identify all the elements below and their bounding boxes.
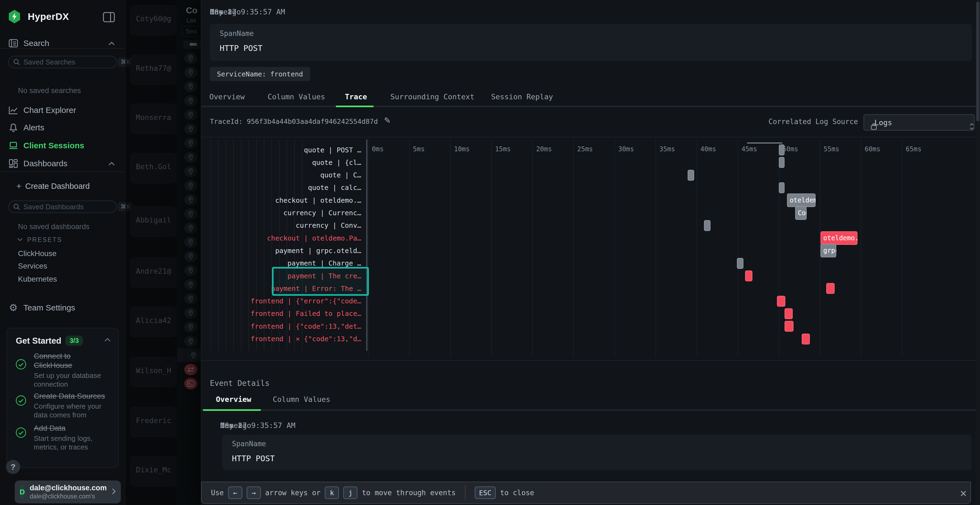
- service-name-chip[interactable]: ServiceName: frontend: [210, 67, 310, 81]
- bell-icon: [8, 123, 19, 132]
- waterfall-bar[interactable]: [784, 321, 794, 332]
- timeline-tick-label: 65ms: [906, 145, 921, 153]
- chevron-up-icon[interactable]: [108, 41, 115, 47]
- waterfall-bar[interactable]: oteldemo.C: [787, 194, 816, 207]
- status-ago: 10m ago: [220, 421, 251, 430]
- preset-item-clickhouse[interactable]: ClickHouse: [18, 249, 57, 258]
- waterfall-bar[interactable]: [737, 258, 743, 269]
- span-tree-row[interactable]: (1)checkout | oteldemo.Pa…: [210, 232, 361, 245]
- span-tree-row[interactable]: (2)quote | {cl…: [210, 156, 361, 169]
- span-row-text: checkout | oteldemo.…: [275, 197, 361, 204]
- tab-surrounding-context[interactable]: Surrounding Context: [390, 92, 474, 101]
- timeline-gridline: [450, 139, 451, 357]
- edit-trace-id-icon[interactable]: ✎: [381, 114, 393, 126]
- span-tree-row[interactable]: frontend | {"error":{"code…: [210, 295, 361, 308]
- tree-timeline-splitter[interactable]: [366, 139, 368, 351]
- event-details-tab-column-values[interactable]: Column Values: [273, 395, 330, 403]
- divider: [201, 360, 980, 361]
- saved-searches-input[interactable]: ⌘K: [8, 56, 117, 68]
- presets-label: PRESETS: [27, 236, 62, 243]
- timeline-gridline: [409, 139, 410, 357]
- timeline-tick-label: 40ms: [700, 145, 716, 153]
- get-started-item[interactable]: Add Data Start sending logs, metrics, or…: [15, 424, 111, 451]
- span-row-text: quote | {cl…: [312, 159, 361, 167]
- tab-trace[interactable]: Trace: [345, 92, 367, 101]
- sidebar-item-label: Client Sessions: [24, 141, 84, 150]
- waterfall-bar[interactable]: grpc.o: [821, 244, 836, 257]
- span-tree-row[interactable]: frontend | Failed to place…: [210, 308, 361, 320]
- waterfall-bar[interactable]: [687, 170, 694, 181]
- span-tree-row[interactable]: (1)currency | Currenc…: [210, 207, 361, 219]
- saved-dashboards-input[interactable]: ⌘K: [8, 200, 117, 213]
- sidebar-item-search[interactable]: Search: [8, 39, 49, 48]
- help-button[interactable]: ?: [6, 460, 20, 474]
- correlated-log-source-select[interactable]: Logs: [864, 114, 975, 130]
- scrollbar-thumb[interactable]: [976, 2, 980, 121]
- waterfall-bar[interactable]: [802, 333, 810, 345]
- span-tree-row[interactable]: frontend | × {"code":13,"d…: [210, 333, 361, 345]
- scrollbar[interactable]: [976, 0, 980, 505]
- close-icon[interactable]: ×: [958, 487, 969, 499]
- preset-item-kubernetes[interactable]: Kubernetes: [18, 275, 57, 284]
- saved-dashboards-field[interactable]: [24, 203, 115, 211]
- waterfall-bar[interactable]: [826, 283, 834, 294]
- span-tree-row[interactable]: frontend | {"code":13,"det…: [210, 320, 361, 332]
- span-row-text: quote | calc…: [308, 184, 361, 192]
- sidebar-item-chart-explorer[interactable]: Chart Explorer: [8, 106, 76, 115]
- timeline-gridline: [573, 139, 574, 357]
- chevron-down-icon: [17, 238, 23, 243]
- trace-id-text: TraceId: 956f3b4a44b03aa4daf946242554d87…: [210, 118, 378, 125]
- span-tree-row[interactable]: quote | C…: [210, 169, 361, 181]
- get-started-item-desc: Start sending logs, metrics, or traces: [34, 434, 111, 451]
- span-tree-row[interactable]: (1)quote | POST …: [210, 144, 361, 156]
- modal-backdrop[interactable]: [125, 0, 201, 505]
- waterfall-bar[interactable]: [784, 308, 793, 319]
- saved-searches-field[interactable]: [24, 58, 115, 67]
- span-tree-row[interactable]: (3)payment | grpc.oteld…: [210, 245, 361, 257]
- tab-column-values[interactable]: Column Values: [267, 92, 325, 101]
- span-tree-row[interactable]: (1)checkout | oteldemo.…: [210, 194, 361, 206]
- span-row-text: frontend | {"code":13,"det…: [251, 322, 361, 330]
- preset-item-services[interactable]: Services: [18, 262, 47, 270]
- waterfall-bar[interactable]: [779, 182, 784, 193]
- user-menu[interactable]: D dale@clickhouse.com dale@clickhouse.co…: [15, 481, 121, 503]
- create-dashboard-button[interactable]: + Create Dashboard: [16, 181, 90, 191]
- no-saved-searches-text: No saved searches: [18, 87, 81, 95]
- kbd-→: →: [247, 486, 261, 499]
- waterfall-bar[interactable]: Con: [795, 206, 807, 220]
- footer-hint-text: arrow keys or: [265, 489, 321, 497]
- span-tree-row[interactable]: currency | Conv…: [210, 219, 361, 232]
- user-subtitle: dale@clickhouse.com's: [30, 493, 107, 500]
- waterfall-bar[interactable]: [704, 220, 711, 231]
- tab-track: [201, 409, 980, 411]
- collapse-sidebar-icon[interactable]: [103, 12, 115, 24]
- waterfall-bar[interactable]: [779, 145, 784, 156]
- user-email: dale@clickhouse.com: [30, 484, 107, 492]
- get-started-item[interactable]: Create Data Sources Configure where your…: [15, 392, 111, 419]
- keyboard-hints-bar: Use←→arrow keys orkjto move through even…: [201, 481, 971, 504]
- chevron-up-icon[interactable]: [108, 162, 115, 167]
- sidebar-item-label: Alerts: [24, 123, 45, 132]
- timeline-tick-label: 35ms: [659, 145, 675, 153]
- chart-explorer-icon: [8, 106, 19, 114]
- get-started-item[interactable]: Connect to ClickHouse Set up your databa…: [15, 351, 111, 389]
- footer-hint-text: to move through events: [362, 489, 455, 497]
- presets-toggle[interactable]: PRESETS: [17, 236, 62, 243]
- spanname-label: SpanName: [220, 29, 254, 38]
- sidebar-item-team-settings[interactable]: ⚙ Team Settings: [8, 302, 75, 313]
- check-circle-icon: [15, 395, 27, 419]
- span-tree-row[interactable]: quote | calc…: [210, 181, 361, 194]
- waterfall-bar[interactable]: [779, 157, 784, 168]
- chevron-up-icon[interactable]: [104, 338, 111, 343]
- event-details-tab-overview[interactable]: Overview: [216, 395, 251, 403]
- sidebar-item-alerts[interactable]: Alerts: [8, 123, 45, 132]
- divider: [201, 137, 980, 137]
- get-started-item-title: Add Data: [34, 424, 65, 432]
- sidebar-item-dashboards[interactable]: Dashboards: [8, 159, 67, 168]
- waterfall-bar[interactable]: [745, 270, 752, 281]
- tab-session-replay[interactable]: Session Replay: [491, 92, 553, 101]
- waterfall-bar[interactable]: oteldemo.Pa: [821, 231, 858, 245]
- sidebar-item-client-sessions[interactable]: Client Sessions: [8, 141, 84, 150]
- waterfall-bar[interactable]: [777, 296, 785, 306]
- tab-overview[interactable]: Overview: [209, 92, 245, 101]
